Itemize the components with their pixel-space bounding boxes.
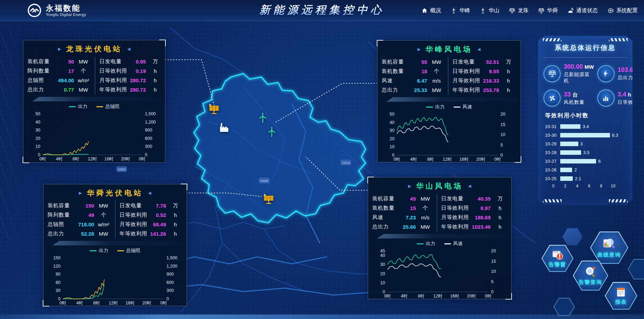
station-title-row: ▶华山风电场◀ xyxy=(368,177,511,193)
map-marker-factory-icon-1[interactable] xyxy=(218,121,230,134)
legend-label: 出力 xyxy=(435,104,445,110)
nav-item-通道状态[interactable]: 通道状态 xyxy=(567,7,598,14)
bar-row: 10-293 xyxy=(545,140,627,148)
channel-status-icon xyxy=(567,7,574,14)
station-chart: 15012090603001,5001,20090060030000时4时8时1… xyxy=(43,254,187,307)
svg-text:600: 600 xyxy=(145,136,152,141)
stat-unit: h xyxy=(500,87,516,93)
bar-value-label: 2.1 xyxy=(575,176,581,181)
stat-unit: 个 xyxy=(429,68,445,75)
nav-item-概况[interactable]: 概况 xyxy=(421,7,441,14)
bar-fill xyxy=(560,150,581,155)
nav-item-华山[interactable]: 华山 xyxy=(480,7,499,14)
stats-column-right: 日发电量52.51万日等效利用9.55h月等效利用216.33h年等效利用253… xyxy=(448,57,516,95)
stat-row: 装机容量45MW xyxy=(372,194,433,203)
svg-text:20: 20 xyxy=(500,112,505,117)
bar-axis-tick: 2 xyxy=(564,184,566,188)
slant-divider-decor xyxy=(47,241,183,245)
nav-item-系统配置[interactable]: 系统配置 xyxy=(607,7,638,14)
svg-text:1,200: 1,200 xyxy=(166,264,177,269)
legend-line-swatch xyxy=(69,106,76,107)
stat-unit: h xyxy=(500,78,516,84)
map-marker-wind-turbine-map-icon-3[interactable] xyxy=(266,126,278,138)
svg-text:600: 600 xyxy=(166,280,174,285)
bar-fill xyxy=(560,176,573,181)
stat-value: 0.95 xyxy=(130,59,147,65)
stat-unit: h xyxy=(168,212,184,218)
stat-unit: 万 xyxy=(500,59,516,65)
stat-unit: 个 xyxy=(417,205,433,211)
station-stats: 装机容量50MW阵列数量17个总辐照494.00w/m²总出力0.77MW日发电… xyxy=(23,56,165,94)
stat-row: 日发电量40.35万 xyxy=(441,194,508,203)
stat-label: 总辐照 xyxy=(27,77,58,84)
stats-column-right: 日发电量40.35万日等效利用8.97h月等效利用188.69h年等效利用102… xyxy=(437,194,508,232)
svg-text:0时: 0时 xyxy=(139,157,145,161)
bar-row: 10-308.3 xyxy=(545,131,627,140)
tile-value: 3.4 xyxy=(618,91,626,98)
svg-text:12时: 12时 xyxy=(433,294,442,299)
corner-bracket xyxy=(181,184,187,190)
map-marker-solar-station-icon-0[interactable] xyxy=(208,103,220,116)
stat-value: 216.33 xyxy=(483,78,500,84)
stat-unit: MW xyxy=(417,196,433,202)
map-marker-solar-station-icon-4[interactable] xyxy=(262,193,275,206)
legend-item: 出力 xyxy=(90,247,108,254)
stats-column-left: 装机容量150MW阵列数量49个总辐照718.00w/m²总出力52.28MW xyxy=(48,201,115,238)
divider xyxy=(543,57,628,58)
svg-text:4时: 4时 xyxy=(410,157,417,162)
stat-unit: h xyxy=(147,87,163,93)
nav-item-龙珠[interactable]: 龙珠 xyxy=(509,7,529,14)
stat-value: 280.72 xyxy=(130,87,147,93)
stat-label: 阵列数量 xyxy=(27,68,58,74)
wind-turbine-icon xyxy=(480,7,486,14)
logo-mark-icon xyxy=(27,3,42,18)
svg-text:10: 10 xyxy=(380,280,385,285)
stat-label: 月等效利用 xyxy=(441,214,472,221)
stat-unit: h xyxy=(168,231,184,237)
svg-text:50: 50 xyxy=(390,112,394,117)
map-marker-wind-turbine-map-icon-2[interactable] xyxy=(256,112,269,124)
stat-unit: 万 xyxy=(492,195,508,202)
bar-chart-title: 等效利用小时数 xyxy=(545,112,633,119)
stripe-decor xyxy=(543,199,562,202)
arrow-right-icon: ▶ xyxy=(58,47,61,51)
stat-value: 18 xyxy=(412,68,429,74)
hexagon-decor-inner xyxy=(554,298,574,316)
nav-item-label: 龙珠 xyxy=(518,7,529,14)
stat-row: 日发电量7.78万 xyxy=(120,201,184,210)
solar-panel-icon xyxy=(509,7,515,14)
bar-fill xyxy=(560,142,578,146)
nav-item-华峰[interactable]: 华峰 xyxy=(450,7,470,14)
stat-row: 装机容量150MW xyxy=(48,201,112,210)
nav-item-华舜[interactable]: 华舜 xyxy=(538,7,558,14)
stat-unit: h xyxy=(147,68,163,74)
legend-item: 风速 xyxy=(444,241,463,247)
stat-row: 装机容量50MW xyxy=(27,57,91,66)
svg-text:0时: 0时 xyxy=(393,157,400,162)
nav-item-label: 华峰 xyxy=(459,7,470,14)
stat-row: 风速6.47m/s xyxy=(382,76,445,85)
stat-value: 0.52 xyxy=(150,212,168,218)
stat-label: 阵列数量 xyxy=(48,212,78,218)
svg-text:15: 15 xyxy=(500,122,505,127)
chart-legend: 出力总辐照 xyxy=(23,103,165,110)
stat-value: 40.35 xyxy=(472,196,492,202)
svg-text:150: 150 xyxy=(53,255,60,260)
stat-unit: 个 xyxy=(96,212,112,218)
stat-unit: m/s xyxy=(429,78,445,84)
stat-row: 年等效利用141.26h xyxy=(120,229,184,238)
svg-text:10: 10 xyxy=(390,144,394,149)
stat-unit: w/m² xyxy=(75,77,91,83)
tile-label: 总新能源装机 xyxy=(564,72,594,84)
stats-column-left: 装机容量55MW装机数量18个风速6.47m/s总出力25.33MW xyxy=(382,57,448,95)
svg-text:0时: 0时 xyxy=(494,157,501,162)
stat-row: 年等效利用280.72h xyxy=(99,85,163,94)
bar-axis-tick: 6 xyxy=(588,184,590,188)
svg-text:900: 900 xyxy=(166,272,174,277)
hex-button-label: 报表 xyxy=(615,299,627,305)
stat-label: 总辐照 xyxy=(48,221,78,228)
stat-value: 0.77 xyxy=(58,87,75,93)
legend-item: 出力 xyxy=(426,104,445,110)
stat-row: 月等效利用68.49h xyxy=(120,220,184,229)
panel-huafeng-station: ▶华峰风电场◀装机容量55MW装机数量18个风速6.47m/s总出力25.33M… xyxy=(377,40,521,162)
